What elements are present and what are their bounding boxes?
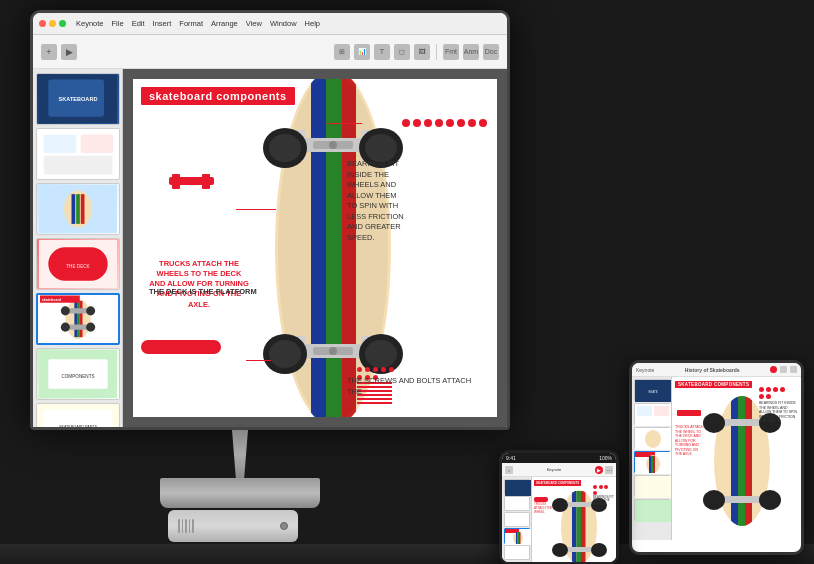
slide-thumb-2[interactable] [36,128,120,180]
menu-bar: Keynote File Edit Insert Format Arrange … [33,13,507,35]
svg-text:THE DECK: THE DECK [66,264,90,269]
tablet-body: SKATE [632,377,801,540]
tablet-app-name: Keynote [636,367,654,373]
shape-icon[interactable]: ◻ [394,44,410,60]
svg-rect-74 [635,476,671,498]
menu-view[interactable]: View [246,19,262,28]
tablet-doc-title: History of Skateboards [657,367,767,373]
svg-rect-80 [745,396,752,526]
bearing-dot-7 [468,119,476,127]
sl6 [357,402,392,404]
slide-thumb-1[interactable]: SKATEBOARD [36,73,120,125]
svg-point-86 [759,490,781,510]
svg-point-47 [269,134,301,162]
phone-content: skateboard components [532,477,616,562]
menu-file[interactable]: File [112,19,124,28]
add-slide-icon[interactable]: + [41,44,57,60]
phone-thumb-4[interactable] [504,528,530,544]
phone-play-btn[interactable]: ▶ [595,466,603,474]
tablet-toolbar-btn[interactable] [780,366,787,373]
s4 [381,367,386,372]
menu-arrange[interactable]: Arrange [211,19,238,28]
phone-body: skateboard components [502,477,616,562]
phone-thumb-3[interactable] [504,512,530,527]
slide-thumb-4[interactable]: THE DECK [36,238,120,290]
tablet-thumb-6[interactable] [634,499,670,521]
t-bearing-4 [780,387,785,392]
table-icon[interactable]: ⊞ [334,44,350,60]
svg-rect-87 [677,410,701,416]
tablet-thumb-2[interactable] [634,403,670,425]
phone-thumb-5[interactable] [504,545,530,560]
slide-thumb-6[interactable]: COMPONENTS [36,348,120,400]
svg-rect-6 [44,156,113,175]
svg-point-105 [591,543,607,557]
monitor: Keynote File Edit Insert Format Arrange … [0,0,540,564]
svg-text:SKATEBOARD: SKATEBOARD [59,96,98,102]
svg-text:COMPONENTS: COMPONENTS [61,374,94,379]
tablet-thumb-3[interactable] [634,427,670,449]
monitor-bezel: Keynote File Edit Insert Format Arrange … [30,10,510,430]
menu-keynote[interactable]: Keynote [76,19,104,28]
phone-screen: 9:41 100% ‹ Keynote ▶ ⋯ [502,453,616,562]
menu-help[interactable]: Help [305,19,320,28]
vent-4 [189,519,191,533]
slide-canvas: skateboard components T [123,69,507,427]
t-bearing-3 [773,387,778,392]
tablet-sidebar[interactable]: SKATE [632,377,672,540]
format-icon[interactable]: Fmt [443,44,459,60]
menu-insert[interactable]: Insert [153,19,172,28]
menu-edit[interactable]: Edit [132,19,145,28]
svg-point-85 [703,490,725,510]
tablet-left-text: TRUCKS ATTACH THE WHEEL TO THE DECK AND … [675,425,705,457]
tablet-screen: Keynote History of Skateboards SKATE [632,363,801,552]
phone-thumb-1[interactable] [504,479,530,495]
bearings-text: BEARINGS FITINSIDE THEWHEELS ANDALLOW TH… [347,159,477,243]
phone-thumb-2[interactable] [504,496,530,511]
chart-icon[interactable]: 📊 [354,44,370,60]
tablet-thumb-4[interactable] [634,451,670,473]
svg-point-56 [365,340,397,368]
svg-point-82 [703,413,725,433]
slide-panel[interactable]: SKATEBOARD [33,69,123,427]
slide-thumb-7[interactable]: SKATEBOARD PARTS [36,403,120,427]
animate-icon[interactable]: Anm [463,44,479,60]
svg-rect-35 [172,174,180,189]
deck-icon [141,340,221,354]
tablet-thumb-1[interactable]: SKATE [634,379,670,401]
monitor-base [160,478,320,508]
text-icon[interactable]: T [374,44,390,60]
svg-rect-17 [74,301,77,337]
svg-rect-65 [654,406,669,416]
svg-point-21 [61,306,70,315]
slide-thumb-5[interactable]: skateboard [36,293,120,345]
media-icon[interactable]: 🖼 [414,44,430,60]
bearing-dot-2 [413,119,421,127]
tablet-play-btn[interactable] [770,366,777,373]
bearing-dot-6 [457,119,465,127]
phone-sidebar[interactable] [502,477,532,562]
annotation-bearings: BEARINGS FITINSIDE THEWHEELS ANDALLOW TH… [357,119,487,130]
minimize-button[interactable] [49,20,56,27]
menu-window[interactable]: Window [270,19,297,28]
close-button[interactable] [39,20,46,27]
s2 [365,367,370,372]
phone-back-icon[interactable]: ‹ [505,466,513,474]
svg-text:SKATEBOARD PARTS: SKATEBOARD PARTS [59,425,98,427]
svg-rect-92 [516,532,518,544]
menu-format[interactable]: Format [179,19,203,28]
tablet-toolbar-btn2[interactable] [790,366,797,373]
toolbar-left: + ▶ [41,44,77,60]
monitor-screen: Keynote File Edit Insert Format Arrange … [33,13,507,427]
play-icon[interactable]: ▶ [61,44,77,60]
tablet-thumb-5[interactable] [634,475,670,497]
phone-more-icon[interactable]: ⋯ [605,466,613,474]
mac-mini-vents [178,519,194,533]
traffic-lights [39,20,66,27]
menu-bar-items: Keynote File Edit Insert Format Arrange … [76,19,320,28]
s3 [373,367,378,372]
svg-point-67 [645,430,661,448]
slide-thumb-3[interactable] [36,183,120,235]
maximize-button[interactable] [59,20,66,27]
document-icon[interactable]: Doc [483,44,499,60]
